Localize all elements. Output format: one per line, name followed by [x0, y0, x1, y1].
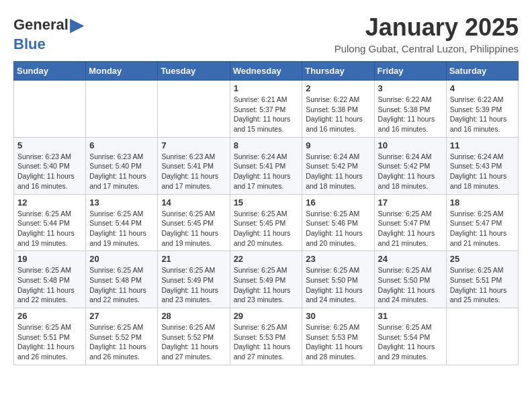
day-number: 3 [378, 83, 443, 93]
calendar-cell: 13Sunrise: 6:25 AM Sunset: 5:44 PM Dayli… [86, 194, 158, 251]
title-section: January 2025 Pulong Gubat, Central Luzon… [335, 13, 519, 54]
day-info: Sunrise: 6:25 AM Sunset: 5:49 PM Dayligh… [161, 265, 226, 305]
calendar-cell: 28Sunrise: 6:25 AM Sunset: 5:52 PM Dayli… [158, 308, 230, 365]
day-info: Sunrise: 6:22 AM Sunset: 5:38 PM Dayligh… [306, 95, 370, 134]
day-number: 12 [17, 197, 82, 208]
day-info: Sunrise: 6:24 AM Sunset: 5:43 PM Dayligh… [450, 152, 515, 191]
day-info: Sunrise: 6:22 AM Sunset: 5:38 PM Dayligh… [378, 95, 443, 134]
calendar-cell: 17Sunrise: 6:25 AM Sunset: 5:47 PM Dayli… [374, 194, 446, 251]
day-info: Sunrise: 6:25 AM Sunset: 5:45 PM Dayligh… [161, 209, 226, 248]
calendar-cell: 9Sunrise: 6:24 AM Sunset: 5:42 PM Daylig… [302, 137, 374, 194]
logo-arrow-icon: ▶ [70, 13, 85, 36]
calendar-cell: 5Sunrise: 6:23 AM Sunset: 5:40 PM Daylig… [14, 137, 86, 194]
calendar-cell: 22Sunrise: 6:25 AM Sunset: 5:49 PM Dayli… [230, 251, 302, 308]
calendar-cell: 7Sunrise: 6:23 AM Sunset: 5:41 PM Daylig… [158, 137, 230, 194]
calendar-cell: 6Sunrise: 6:23 AM Sunset: 5:40 PM Daylig… [86, 137, 158, 194]
calendar-table: Sunday Monday Tuesday Wednesday Thursday… [13, 61, 519, 365]
day-number: 2 [306, 83, 370, 93]
day-number: 22 [234, 254, 299, 264]
day-number: 20 [89, 254, 154, 264]
day-info: Sunrise: 6:25 AM Sunset: 5:47 PM Dayligh… [378, 209, 443, 248]
day-info: Sunrise: 6:24 AM Sunset: 5:42 PM Dayligh… [378, 152, 443, 191]
day-info: Sunrise: 6:21 AM Sunset: 5:37 PM Dayligh… [234, 95, 299, 134]
day-info: Sunrise: 6:25 AM Sunset: 5:54 PM Dayligh… [378, 322, 443, 362]
calendar-cell: 26Sunrise: 6:25 AM Sunset: 5:51 PM Dayli… [14, 308, 86, 365]
day-number: 5 [17, 140, 82, 150]
day-info: Sunrise: 6:25 AM Sunset: 5:52 PM Dayligh… [89, 322, 154, 362]
day-info: Sunrise: 6:25 AM Sunset: 5:48 PM Dayligh… [17, 265, 82, 305]
calendar-cell: 1Sunrise: 6:21 AM Sunset: 5:37 PM Daylig… [230, 81, 302, 138]
calendar-cell: 14Sunrise: 6:25 AM Sunset: 5:45 PM Dayli… [158, 194, 230, 251]
page: General ▶ Blue January 2025 Pulong Gubat… [0, 0, 532, 372]
col-friday: Friday [374, 62, 446, 81]
day-info: Sunrise: 6:25 AM Sunset: 5:45 PM Dayligh… [234, 209, 299, 248]
calendar-week-3: 12Sunrise: 6:25 AM Sunset: 5:44 PM Dayli… [14, 194, 519, 251]
day-info: Sunrise: 6:25 AM Sunset: 5:51 PM Dayligh… [450, 265, 515, 305]
day-number: 1 [234, 83, 299, 93]
day-number: 21 [161, 254, 226, 264]
day-number: 15 [234, 197, 299, 208]
day-number: 4 [450, 83, 515, 93]
day-number: 25 [450, 254, 515, 264]
calendar-cell: 16Sunrise: 6:25 AM Sunset: 5:46 PM Dayli… [302, 194, 374, 251]
day-number: 10 [378, 140, 443, 150]
day-number: 23 [306, 254, 370, 264]
header: General ▶ Blue January 2025 Pulong Gubat… [13, 13, 519, 54]
day-info: Sunrise: 6:25 AM Sunset: 5:49 PM Dayligh… [234, 265, 299, 305]
calendar-week-4: 19Sunrise: 6:25 AM Sunset: 5:48 PM Dayli… [14, 251, 519, 308]
day-info: Sunrise: 6:25 AM Sunset: 5:47 PM Dayligh… [450, 209, 515, 248]
calendar-cell: 30Sunrise: 6:25 AM Sunset: 5:53 PM Dayli… [302, 308, 374, 365]
day-info: Sunrise: 6:25 AM Sunset: 5:48 PM Dayligh… [89, 265, 154, 305]
day-info: Sunrise: 6:23 AM Sunset: 5:40 PM Dayligh… [89, 152, 154, 191]
day-number: 14 [161, 197, 226, 208]
calendar-cell: 24Sunrise: 6:25 AM Sunset: 5:50 PM Dayli… [374, 251, 446, 308]
day-number: 28 [161, 311, 226, 321]
logo: General ▶ Blue [13, 13, 85, 53]
day-info: Sunrise: 6:25 AM Sunset: 5:46 PM Dayligh… [306, 209, 370, 248]
calendar-cell: 18Sunrise: 6:25 AM Sunset: 5:47 PM Dayli… [446, 194, 518, 251]
location-title: Pulong Gubat, Central Luzon, Philippines [335, 43, 519, 54]
day-info: Sunrise: 6:24 AM Sunset: 5:41 PM Dayligh… [234, 152, 299, 191]
calendar-cell: 10Sunrise: 6:24 AM Sunset: 5:42 PM Dayli… [374, 137, 446, 194]
day-info: Sunrise: 6:23 AM Sunset: 5:41 PM Dayligh… [161, 152, 226, 191]
calendar-cell: 12Sunrise: 6:25 AM Sunset: 5:44 PM Dayli… [14, 194, 86, 251]
day-number: 24 [378, 254, 443, 264]
calendar-header-row: Sunday Monday Tuesday Wednesday Thursday… [14, 62, 519, 81]
day-number: 31 [378, 311, 443, 321]
day-number: 19 [17, 254, 82, 264]
calendar-cell: 29Sunrise: 6:25 AM Sunset: 5:53 PM Dayli… [230, 308, 302, 365]
col-wednesday: Wednesday [230, 62, 302, 81]
calendar-cell: 23Sunrise: 6:25 AM Sunset: 5:50 PM Dayli… [302, 251, 374, 308]
calendar-cell [86, 81, 158, 138]
day-number: 30 [306, 311, 370, 321]
day-number: 29 [234, 311, 299, 321]
day-number: 18 [450, 197, 515, 208]
day-info: Sunrise: 6:25 AM Sunset: 5:53 PM Dayligh… [234, 322, 299, 362]
day-number: 6 [89, 140, 154, 150]
day-number: 16 [306, 197, 370, 208]
day-info: Sunrise: 6:25 AM Sunset: 5:44 PM Dayligh… [17, 209, 82, 248]
day-number: 27 [89, 311, 154, 321]
calendar-cell: 11Sunrise: 6:24 AM Sunset: 5:43 PM Dayli… [446, 137, 518, 194]
day-number: 11 [450, 140, 515, 150]
calendar-cell: 19Sunrise: 6:25 AM Sunset: 5:48 PM Dayli… [14, 251, 86, 308]
day-info: Sunrise: 6:24 AM Sunset: 5:42 PM Dayligh… [306, 152, 370, 191]
month-title: January 2025 [335, 13, 519, 42]
day-number: 26 [17, 311, 82, 321]
calendar-cell: 25Sunrise: 6:25 AM Sunset: 5:51 PM Dayli… [446, 251, 518, 308]
day-number: 13 [89, 197, 154, 208]
day-info: Sunrise: 6:25 AM Sunset: 5:50 PM Dayligh… [306, 265, 370, 305]
calendar-cell: 21Sunrise: 6:25 AM Sunset: 5:49 PM Dayli… [158, 251, 230, 308]
day-info: Sunrise: 6:25 AM Sunset: 5:50 PM Dayligh… [378, 265, 443, 305]
day-info: Sunrise: 6:23 AM Sunset: 5:40 PM Dayligh… [17, 152, 82, 191]
calendar-cell [14, 81, 86, 138]
calendar-cell: 3Sunrise: 6:22 AM Sunset: 5:38 PM Daylig… [374, 81, 446, 138]
day-info: Sunrise: 6:25 AM Sunset: 5:51 PM Dayligh… [17, 322, 82, 362]
col-saturday: Saturday [446, 62, 518, 81]
calendar-cell: 2Sunrise: 6:22 AM Sunset: 5:38 PM Daylig… [302, 81, 374, 138]
col-monday: Monday [86, 62, 158, 81]
col-tuesday: Tuesday [158, 62, 230, 81]
day-number: 8 [234, 140, 299, 150]
day-info: Sunrise: 6:22 AM Sunset: 5:39 PM Dayligh… [450, 95, 515, 134]
calendar-week-5: 26Sunrise: 6:25 AM Sunset: 5:51 PM Dayli… [14, 308, 519, 365]
